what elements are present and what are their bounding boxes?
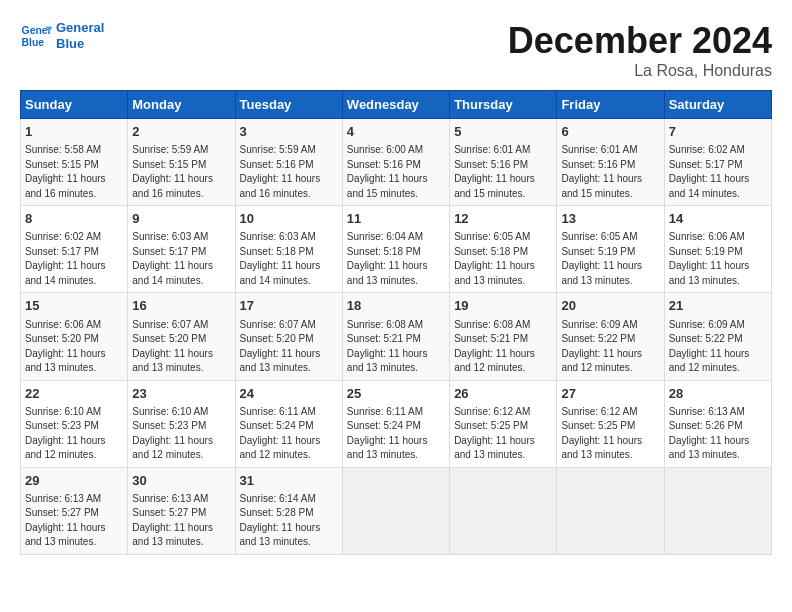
- day-cell: [664, 467, 771, 554]
- col-header-thursday: Thursday: [450, 91, 557, 119]
- week-row-1: 1Sunrise: 5:58 AMSunset: 5:15 PMDaylight…: [21, 119, 772, 206]
- day-cell: 23Sunrise: 6:10 AMSunset: 5:23 PMDayligh…: [128, 380, 235, 467]
- day-info: Sunrise: 6:07 AMSunset: 5:20 PMDaylight:…: [240, 318, 338, 376]
- day-cell: 22Sunrise: 6:10 AMSunset: 5:23 PMDayligh…: [21, 380, 128, 467]
- day-info: Sunrise: 6:11 AMSunset: 5:24 PMDaylight:…: [347, 405, 445, 463]
- logo-icon: General Blue: [20, 20, 52, 52]
- day-info: Sunrise: 6:10 AMSunset: 5:23 PMDaylight:…: [132, 405, 230, 463]
- day-cell: 30Sunrise: 6:13 AMSunset: 5:27 PMDayligh…: [128, 467, 235, 554]
- day-info: Sunrise: 5:59 AMSunset: 5:16 PMDaylight:…: [240, 143, 338, 201]
- day-number: 15: [25, 297, 123, 315]
- day-cell: 14Sunrise: 6:06 AMSunset: 5:19 PMDayligh…: [664, 206, 771, 293]
- svg-text:Blue: Blue: [22, 37, 45, 48]
- day-cell: 2Sunrise: 5:59 AMSunset: 5:15 PMDaylight…: [128, 119, 235, 206]
- day-number: 23: [132, 385, 230, 403]
- day-cell: 25Sunrise: 6:11 AMSunset: 5:24 PMDayligh…: [342, 380, 449, 467]
- day-info: Sunrise: 6:08 AMSunset: 5:21 PMDaylight:…: [454, 318, 552, 376]
- day-info: Sunrise: 6:03 AMSunset: 5:17 PMDaylight:…: [132, 230, 230, 288]
- day-number: 20: [561, 297, 659, 315]
- day-number: 13: [561, 210, 659, 228]
- header: General Blue General Blue December 2024 …: [20, 20, 772, 80]
- day-cell: 11Sunrise: 6:04 AMSunset: 5:18 PMDayligh…: [342, 206, 449, 293]
- day-number: 2: [132, 123, 230, 141]
- day-info: Sunrise: 6:06 AMSunset: 5:20 PMDaylight:…: [25, 318, 123, 376]
- day-cell: 16Sunrise: 6:07 AMSunset: 5:20 PMDayligh…: [128, 293, 235, 380]
- day-number: 27: [561, 385, 659, 403]
- day-cell: 18Sunrise: 6:08 AMSunset: 5:21 PMDayligh…: [342, 293, 449, 380]
- day-cell: 28Sunrise: 6:13 AMSunset: 5:26 PMDayligh…: [664, 380, 771, 467]
- day-cell: 21Sunrise: 6:09 AMSunset: 5:22 PMDayligh…: [664, 293, 771, 380]
- day-info: Sunrise: 6:12 AMSunset: 5:25 PMDaylight:…: [561, 405, 659, 463]
- day-number: 10: [240, 210, 338, 228]
- logo-line1: General: [56, 20, 104, 36]
- day-number: 30: [132, 472, 230, 490]
- day-number: 12: [454, 210, 552, 228]
- day-number: 25: [347, 385, 445, 403]
- day-cell: 26Sunrise: 6:12 AMSunset: 5:25 PMDayligh…: [450, 380, 557, 467]
- day-number: 1: [25, 123, 123, 141]
- day-number: 18: [347, 297, 445, 315]
- day-cell: 15Sunrise: 6:06 AMSunset: 5:20 PMDayligh…: [21, 293, 128, 380]
- day-number: 11: [347, 210, 445, 228]
- day-cell: 19Sunrise: 6:08 AMSunset: 5:21 PMDayligh…: [450, 293, 557, 380]
- month-title: December 2024: [508, 20, 772, 62]
- day-number: 4: [347, 123, 445, 141]
- day-number: 21: [669, 297, 767, 315]
- day-number: 24: [240, 385, 338, 403]
- day-cell: 31Sunrise: 6:14 AMSunset: 5:28 PMDayligh…: [235, 467, 342, 554]
- day-cell: [450, 467, 557, 554]
- title-area: December 2024 La Rosa, Honduras: [508, 20, 772, 80]
- week-row-4: 22Sunrise: 6:10 AMSunset: 5:23 PMDayligh…: [21, 380, 772, 467]
- col-header-sunday: Sunday: [21, 91, 128, 119]
- day-cell: 4Sunrise: 6:00 AMSunset: 5:16 PMDaylight…: [342, 119, 449, 206]
- calendar-table: SundayMondayTuesdayWednesdayThursdayFrid…: [20, 90, 772, 555]
- day-info: Sunrise: 6:01 AMSunset: 5:16 PMDaylight:…: [454, 143, 552, 201]
- location-title: La Rosa, Honduras: [508, 62, 772, 80]
- day-info: Sunrise: 6:07 AMSunset: 5:20 PMDaylight:…: [132, 318, 230, 376]
- day-info: Sunrise: 6:03 AMSunset: 5:18 PMDaylight:…: [240, 230, 338, 288]
- day-info: Sunrise: 6:13 AMSunset: 5:27 PMDaylight:…: [25, 492, 123, 550]
- day-info: Sunrise: 6:11 AMSunset: 5:24 PMDaylight:…: [240, 405, 338, 463]
- col-header-monday: Monday: [128, 91, 235, 119]
- col-header-tuesday: Tuesday: [235, 91, 342, 119]
- day-cell: 1Sunrise: 5:58 AMSunset: 5:15 PMDaylight…: [21, 119, 128, 206]
- day-cell: 20Sunrise: 6:09 AMSunset: 5:22 PMDayligh…: [557, 293, 664, 380]
- day-number: 26: [454, 385, 552, 403]
- day-number: 14: [669, 210, 767, 228]
- logo: General Blue General Blue: [20, 20, 104, 52]
- day-number: 3: [240, 123, 338, 141]
- col-header-wednesday: Wednesday: [342, 91, 449, 119]
- day-info: Sunrise: 6:09 AMSunset: 5:22 PMDaylight:…: [561, 318, 659, 376]
- week-row-5: 29Sunrise: 6:13 AMSunset: 5:27 PMDayligh…: [21, 467, 772, 554]
- day-number: 16: [132, 297, 230, 315]
- day-number: 6: [561, 123, 659, 141]
- day-info: Sunrise: 6:02 AMSunset: 5:17 PMDaylight:…: [669, 143, 767, 201]
- day-cell: 10Sunrise: 6:03 AMSunset: 5:18 PMDayligh…: [235, 206, 342, 293]
- week-row-3: 15Sunrise: 6:06 AMSunset: 5:20 PMDayligh…: [21, 293, 772, 380]
- day-info: Sunrise: 6:06 AMSunset: 5:19 PMDaylight:…: [669, 230, 767, 288]
- day-cell: 6Sunrise: 6:01 AMSunset: 5:16 PMDaylight…: [557, 119, 664, 206]
- day-cell: 9Sunrise: 6:03 AMSunset: 5:17 PMDaylight…: [128, 206, 235, 293]
- day-number: 5: [454, 123, 552, 141]
- logo-line2: Blue: [56, 36, 104, 52]
- day-number: 9: [132, 210, 230, 228]
- day-cell: 24Sunrise: 6:11 AMSunset: 5:24 PMDayligh…: [235, 380, 342, 467]
- day-info: Sunrise: 6:04 AMSunset: 5:18 PMDaylight:…: [347, 230, 445, 288]
- day-number: 22: [25, 385, 123, 403]
- day-info: Sunrise: 6:05 AMSunset: 5:18 PMDaylight:…: [454, 230, 552, 288]
- day-info: Sunrise: 6:01 AMSunset: 5:16 PMDaylight:…: [561, 143, 659, 201]
- day-info: Sunrise: 6:08 AMSunset: 5:21 PMDaylight:…: [347, 318, 445, 376]
- day-cell: 7Sunrise: 6:02 AMSunset: 5:17 PMDaylight…: [664, 119, 771, 206]
- day-info: Sunrise: 6:05 AMSunset: 5:19 PMDaylight:…: [561, 230, 659, 288]
- day-info: Sunrise: 6:13 AMSunset: 5:26 PMDaylight:…: [669, 405, 767, 463]
- day-info: Sunrise: 5:59 AMSunset: 5:15 PMDaylight:…: [132, 143, 230, 201]
- day-cell: [557, 467, 664, 554]
- day-cell: 8Sunrise: 6:02 AMSunset: 5:17 PMDaylight…: [21, 206, 128, 293]
- day-cell: [342, 467, 449, 554]
- day-cell: 27Sunrise: 6:12 AMSunset: 5:25 PMDayligh…: [557, 380, 664, 467]
- day-cell: 12Sunrise: 6:05 AMSunset: 5:18 PMDayligh…: [450, 206, 557, 293]
- calendar-header-row: SundayMondayTuesdayWednesdayThursdayFrid…: [21, 91, 772, 119]
- day-info: Sunrise: 6:09 AMSunset: 5:22 PMDaylight:…: [669, 318, 767, 376]
- day-cell: 3Sunrise: 5:59 AMSunset: 5:16 PMDaylight…: [235, 119, 342, 206]
- day-info: Sunrise: 6:00 AMSunset: 5:16 PMDaylight:…: [347, 143, 445, 201]
